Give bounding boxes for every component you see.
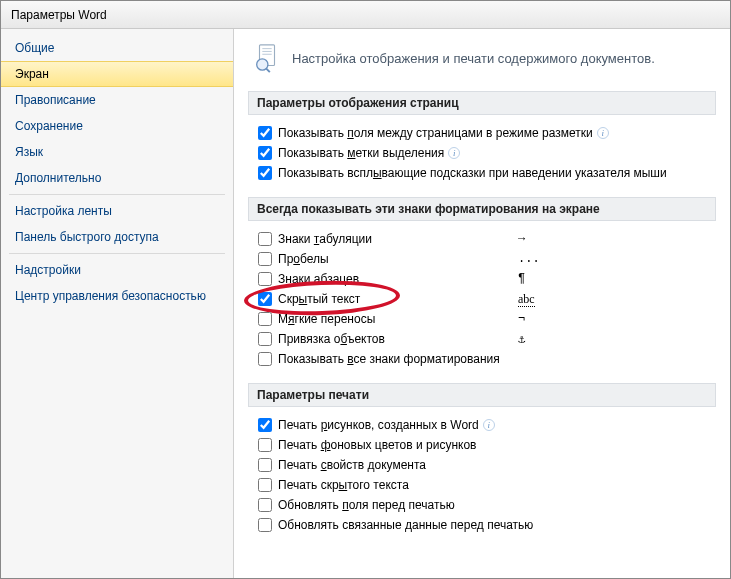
section-print-checkbox-3[interactable] — [258, 478, 272, 492]
section-print-row-1: Печать фоновых цветов и рисунков — [258, 435, 712, 455]
page-header: Настройка отображения и печати содержимо… — [248, 39, 716, 85]
section-marks-body: Знаки табуляции→Пробелы...Знаки абзацев¶… — [248, 221, 716, 377]
section-print-label-2[interactable]: Печать свойств документа — [278, 458, 426, 472]
section-marks-header: Всегда показывать эти знаки форматирован… — [248, 197, 716, 221]
section-print-row-3: Печать скрытого текста — [258, 475, 712, 495]
section-marks-checkbox-1[interactable] — [258, 252, 272, 266]
section-display-header: Параметры отображения страниц — [248, 91, 716, 115]
word-options-dialog: Параметры Word ОбщиеЭкранПравописаниеСох… — [0, 0, 731, 579]
sidebar-item-2[interactable]: Правописание — [1, 87, 233, 113]
section-print-row-4: Обновлять поля перед печатью — [258, 495, 712, 515]
formatting-mark-icon: ¬ — [518, 312, 525, 326]
page-header-desc: Настройка отображения и печати содержимо… — [292, 51, 655, 66]
section-marks-label-0[interactable]: Знаки табуляции — [278, 232, 372, 246]
section-display-checkbox-2[interactable] — [258, 166, 272, 180]
section-marks-label-2[interactable]: Знаки абзацев — [278, 272, 359, 286]
section-marks-row-2: Знаки абзацев¶ — [258, 269, 712, 289]
section-display-row-2: Показывать всплывающие подсказки при нав… — [258, 163, 712, 183]
section-marks-checkbox-6[interactable] — [258, 352, 272, 366]
section-print-body: Печать рисунков, созданных в WordiПечать… — [248, 407, 716, 543]
sidebar-item-8[interactable]: Надстройки — [1, 257, 233, 283]
sidebar-separator — [9, 253, 225, 254]
section-marks-row-4: Мягкие переносы¬ — [258, 309, 712, 329]
sidebar-item-6[interactable]: Настройка ленты — [1, 198, 233, 224]
section-marks-label-6[interactable]: Показывать все знаки форматирования — [278, 352, 500, 366]
section-display-body: Показывать поля между страницами в режим… — [248, 115, 716, 191]
section-display-checkbox-1[interactable] — [258, 146, 272, 160]
section-marks-checkbox-2[interactable] — [258, 272, 272, 286]
section-marks-label-4[interactable]: Мягкие переносы — [278, 312, 375, 326]
section-marks-row-3: Скрытый текстabc — [258, 289, 712, 309]
sidebar-item-7[interactable]: Панель быстрого доступа — [1, 224, 233, 250]
sections: Параметры отображения страницПоказывать … — [248, 91, 716, 543]
dialog-titlebar: Параметры Word — [1, 1, 730, 29]
formatting-mark-icon: ⚓ — [518, 332, 525, 347]
section-marks-label-1[interactable]: Пробелы — [278, 252, 329, 266]
section-display-label-1[interactable]: Показывать метки выделения — [278, 146, 444, 160]
sidebar-item-5[interactable]: Дополнительно — [1, 165, 233, 191]
section-print-header: Параметры печати — [248, 383, 716, 407]
section-display-row-1: Показывать метки выделенияi — [258, 143, 712, 163]
formatting-mark-icon: ... — [518, 252, 540, 266]
sidebar-item-9[interactable]: Центр управления безопасностью — [1, 283, 233, 309]
formatting-mark-icon: abc — [518, 292, 535, 307]
dialog-body: ОбщиеЭкранПравописаниеСохранениеЯзыкДопо… — [1, 29, 730, 578]
section-marks-row-1: Пробелы... — [258, 249, 712, 269]
section-print-row-5: Обновлять связанные данные перед печатью — [258, 515, 712, 535]
section-print-checkbox-1[interactable] — [258, 438, 272, 452]
content-pane: Настройка отображения и печати содержимо… — [234, 29, 730, 578]
dialog-title: Параметры Word — [11, 8, 107, 22]
section-marks-row-0: Знаки табуляции→ — [258, 229, 712, 249]
section-print-label-3[interactable]: Печать скрытого текста — [278, 478, 409, 492]
sidebar-item-3[interactable]: Сохранение — [1, 113, 233, 139]
section-marks-checkbox-5[interactable] — [258, 332, 272, 346]
section-print-label-0[interactable]: Печать рисунков, созданных в Word — [278, 418, 479, 432]
section-print-label-4[interactable]: Обновлять поля перед печатью — [278, 498, 455, 512]
section-print-row-0: Печать рисунков, созданных в Wordi — [258, 415, 712, 435]
info-icon: i — [448, 147, 460, 159]
section-marks-checkbox-3[interactable] — [258, 292, 272, 306]
formatting-mark-icon: → — [518, 232, 525, 246]
info-icon: i — [597, 127, 609, 139]
sidebar-item-0[interactable]: Общие — [1, 35, 233, 61]
sidebar: ОбщиеЭкранПравописаниеСохранениеЯзыкДопо… — [1, 29, 234, 578]
section-marks-row-6: Показывать все знаки форматирования — [258, 349, 712, 369]
formatting-mark-icon: ¶ — [518, 272, 525, 286]
page-icon — [252, 43, 282, 73]
section-marks-row-5: Привязка объектов⚓ — [258, 329, 712, 349]
sidebar-separator — [9, 194, 225, 195]
section-display-label-2[interactable]: Показывать всплывающие подсказки при нав… — [278, 166, 667, 180]
section-marks-label-5[interactable]: Привязка объектов — [278, 332, 385, 346]
section-print-checkbox-5[interactable] — [258, 518, 272, 532]
section-marks-checkbox-0[interactable] — [258, 232, 272, 246]
info-icon: i — [483, 419, 495, 431]
section-print-label-1[interactable]: Печать фоновых цветов и рисунков — [278, 438, 476, 452]
section-display-label-0[interactable]: Показывать поля между страницами в режим… — [278, 126, 593, 140]
svg-line-5 — [266, 68, 270, 72]
section-print-label-5[interactable]: Обновлять связанные данные перед печатью — [278, 518, 533, 532]
section-print-checkbox-0[interactable] — [258, 418, 272, 432]
section-print-checkbox-2[interactable] — [258, 458, 272, 472]
section-print-checkbox-4[interactable] — [258, 498, 272, 512]
section-display-row-0: Показывать поля между страницами в режим… — [258, 123, 712, 143]
sidebar-item-1[interactable]: Экран — [1, 61, 233, 87]
section-marks-checkbox-4[interactable] — [258, 312, 272, 326]
section-print-row-2: Печать свойств документа — [258, 455, 712, 475]
sidebar-item-4[interactable]: Язык — [1, 139, 233, 165]
section-display-checkbox-0[interactable] — [258, 126, 272, 140]
section-marks-label-3[interactable]: Скрытый текст — [278, 292, 360, 306]
